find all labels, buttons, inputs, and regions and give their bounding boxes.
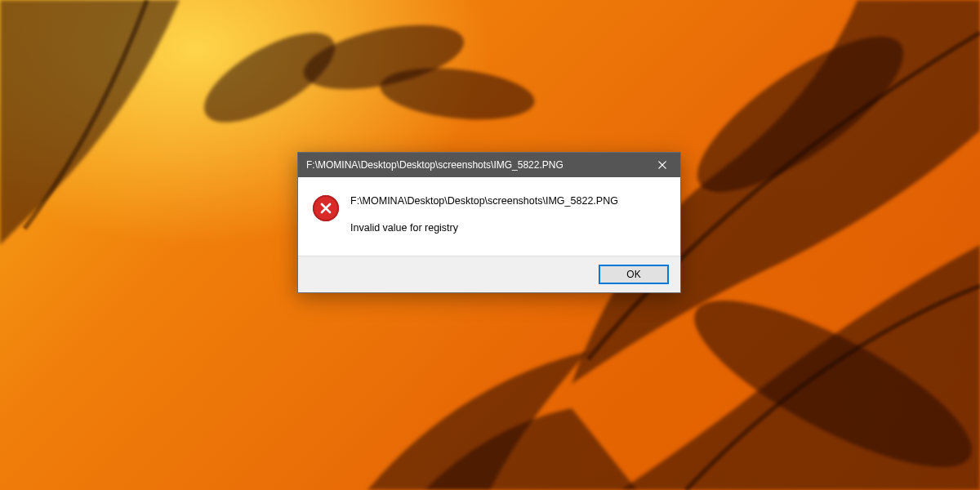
dialog-footer: OK — [298, 256, 680, 292]
dialog-title: F:\MOMINA\Desktop\Desktop\screenshots\IM… — [306, 159, 644, 171]
dialog-titlebar[interactable]: F:\MOMINA\Desktop\Desktop\screenshots\IM… — [298, 153, 680, 177]
svg-point-3 — [676, 11, 924, 218]
close-icon — [658, 161, 666, 169]
ok-button[interactable]: OK — [599, 265, 669, 284]
svg-point-0 — [191, 16, 348, 140]
dialog-message: F:\MOMINA\Desktop\Desktop\screenshots\IM… — [350, 194, 618, 236]
error-dialog: F:\MOMINA\Desktop\Desktop\screenshots\IM… — [297, 152, 681, 293]
svg-point-2 — [377, 61, 537, 127]
svg-point-4 — [675, 270, 980, 490]
message-path: F:\MOMINA\Desktop\Desktop\screenshots\IM… — [350, 194, 618, 209]
error-icon — [313, 195, 339, 221]
dialog-body: F:\MOMINA\Desktop\Desktop\screenshots\IM… — [298, 177, 680, 256]
close-button[interactable] — [644, 153, 680, 177]
svg-point-1 — [298, 13, 470, 101]
desktop-wallpaper: F:\MOMINA\Desktop\Desktop\screenshots\IM… — [0, 0, 980, 490]
message-error: Invalid value for registry — [350, 220, 618, 236]
